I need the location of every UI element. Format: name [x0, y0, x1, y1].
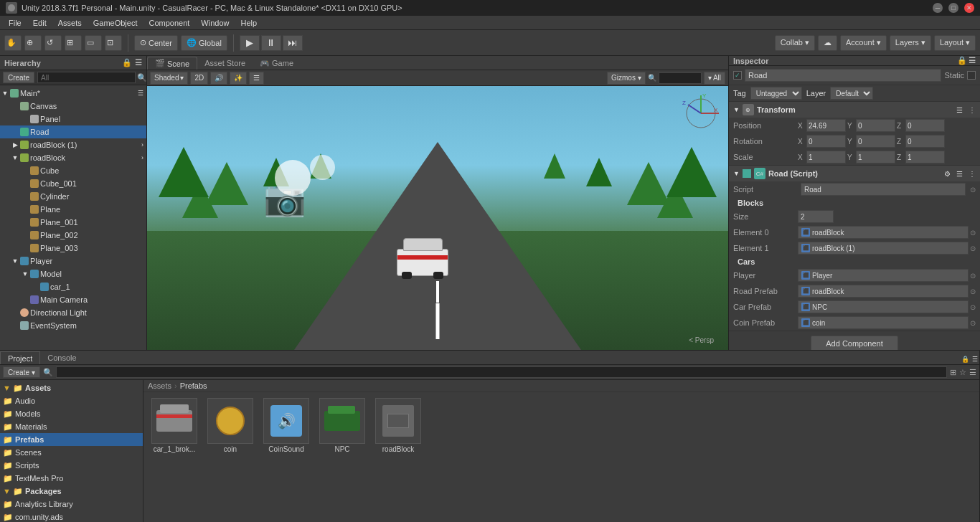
overlay-button[interactable]: ☰ — [249, 72, 264, 85]
scale-z-input[interactable] — [905, 151, 945, 163]
project-create-button[interactable]: Create ▾ — [3, 366, 40, 378]
layer-select[interactable]: Default — [830, 87, 873, 100]
hierarchy-item-cylinder[interactable]: Cylinder — [0, 190, 146, 203]
position-y-input[interactable] — [856, 119, 895, 132]
element1-dot-icon[interactable]: ⊙ — [970, 245, 976, 252]
asset-coinsound[interactable]: 🔊 CoinSound — [261, 398, 311, 453]
filetree-unityads[interactable]: 📁 com.unity.ads — [0, 511, 143, 522]
project-filter1-icon[interactable]: ⊞ — [950, 368, 956, 377]
road-prefab-field[interactable]: ⬛ roadBlock — [798, 285, 969, 298]
car-prefab-dot-icon[interactable]: ⊙ — [970, 303, 976, 311]
global-button[interactable]: 🌐 Global — [181, 35, 227, 51]
player-dot-icon[interactable]: ⊙ — [970, 272, 976, 280]
road-script-menu-icon[interactable]: ☰ — [956, 170, 963, 178]
rotation-y-input[interactable] — [856, 135, 895, 148]
tab-scene[interactable]: 🎬 Scene — [147, 57, 197, 70]
menu-edit[interactable]: Edit — [27, 17, 52, 29]
transform-header[interactable]: ▼ ⊕ Transform ☰ ⋮ — [729, 102, 980, 118]
expand-main-icon[interactable]: ▼ — [0, 87, 10, 100]
all-layers-button[interactable]: ▾ All — [704, 72, 725, 85]
hierarchy-item-plane003[interactable]: Plane_003 — [0, 242, 146, 255]
shading-dropdown[interactable]: Shaded ▾ — [150, 72, 188, 85]
hierarchy-item-model[interactable]: ▼ Model — [0, 267, 146, 280]
object-enabled-checkbox[interactable]: ✓ — [733, 71, 742, 80]
scene-search-input[interactable] — [659, 72, 702, 84]
script-field[interactable]: Road — [801, 183, 966, 196]
2d-button[interactable]: 2D — [190, 72, 208, 85]
hierarchy-item-roadblock[interactable]: ▼ roadBlock › — [0, 151, 146, 164]
tab-console[interactable]: Console — [40, 351, 83, 364]
hierarchy-item-plane002[interactable]: Plane_002 — [0, 229, 146, 242]
transform-menu-icon[interactable]: ☰ — [956, 106, 963, 114]
inspector-menu-icon[interactable]: ☰ — [969, 56, 976, 65]
model-toggle[interactable]: ▼ — [20, 267, 30, 280]
inspector-lock-icon[interactable]: 🔒 — [957, 56, 967, 65]
rect-tool-button[interactable]: ▭ — [85, 35, 102, 51]
hierarchy-item-plane[interactable]: Plane — [0, 203, 146, 216]
hierarchy-item-dirlight[interactable]: Directional Light — [0, 306, 146, 319]
hierarchy-item-cube001[interactable]: Cube_001 — [0, 177, 146, 190]
road-script-header[interactable]: ▼ ✓ C# Road (Script) ⚙ ☰ ⋮ — [729, 166, 980, 181]
effects-button[interactable]: ✨ — [230, 72, 247, 85]
road-script-settings-icon[interactable]: ⚙ — [944, 170, 951, 178]
coin-prefab-dot-icon[interactable]: ⊙ — [970, 319, 976, 327]
blocks-size-input[interactable] — [798, 210, 834, 223]
tab-project[interactable]: Project — [0, 351, 40, 364]
minimize-button[interactable]: ─ — [933, 3, 943, 13]
asset-car1brok[interactable]: car_1_brok... — [149, 398, 199, 453]
filetree-prefabs[interactable]: 📁 Prefabs — [0, 433, 143, 446]
filetree-audio[interactable]: 📁 Audio — [0, 394, 143, 407]
layout-button[interactable]: Layout ▾ — [934, 35, 976, 51]
hierarchy-item-car1[interactable]: car_1 — [0, 280, 146, 293]
hierarchy-item-eventsystem[interactable]: EventSystem — [0, 319, 146, 332]
hierarchy-item-cube[interactable]: Cube — [0, 164, 146, 177]
element0-dot-icon[interactable]: ⊙ — [970, 229, 976, 237]
hierarchy-item-canvas[interactable]: Canvas — [0, 100, 146, 113]
coin-prefab-field[interactable]: ⬛ coin — [798, 316, 969, 329]
object-name-input[interactable] — [745, 69, 941, 82]
hierarchy-item-plane001[interactable]: Plane_001 — [0, 216, 146, 229]
hierarchy-lock-icon[interactable]: 🔒 — [122, 58, 132, 67]
cloud-button[interactable]: ☁ — [818, 35, 837, 51]
scale-y-input[interactable] — [856, 151, 895, 163]
hierarchy-menu-icon[interactable]: ☰ — [135, 58, 142, 67]
menu-assets[interactable]: Assets — [52, 17, 88, 29]
hierarchy-item-maincamera[interactable]: Main Camera — [0, 293, 146, 306]
player-field[interactable]: ⬛ Player — [798, 269, 969, 282]
menu-file[interactable]: File — [3, 17, 27, 29]
rotate-tool-button[interactable]: ↺ — [44, 35, 62, 51]
tab-game[interactable]: 🎮 Game — [253, 57, 301, 70]
player-toggle[interactable]: ▼ — [10, 255, 20, 267]
breadcrumb-prefabs[interactable]: Prefabs — [180, 381, 207, 390]
account-button[interactable]: Account ▾ — [840, 35, 887, 51]
hierarchy-item-panel[interactable]: Panel — [0, 113, 146, 125]
car-prefab-field[interactable]: ⬛ NPC — [798, 300, 969, 313]
main-menu-icon[interactable]: ☰ — [138, 90, 143, 97]
close-button[interactable]: ✕ — [964, 3, 974, 13]
element0-field[interactable]: ⬛ roadBlock — [798, 226, 969, 239]
layers-button[interactable]: Layers ▾ — [890, 35, 931, 51]
rotation-x-input[interactable] — [806, 135, 846, 148]
road-script-enabled[interactable]: ✓ — [743, 169, 751, 178]
road-script-dots-icon[interactable]: ⋮ — [969, 170, 976, 178]
asset-roadblock[interactable]: roadBlock — [373, 398, 423, 453]
scale-x-input[interactable] — [806, 151, 846, 163]
tab-asset-store[interactable]: Asset Store — [197, 57, 253, 70]
filetree-scenes[interactable]: 📁 Scenes — [0, 446, 143, 459]
script-dot-icon[interactable]: ⊙ — [970, 186, 976, 194]
filetree-textmeshpro[interactable]: 📁 TextMesh Pro — [0, 472, 143, 485]
move-tool-button[interactable]: ⊕ — [24, 35, 42, 51]
hierarchy-search-input[interactable] — [37, 72, 136, 83]
play-button[interactable]: ▶ — [240, 35, 260, 51]
project-menu-icon[interactable]: ☰ — [971, 354, 979, 364]
hierarchy-item-roadblock1[interactable]: ▶ roadBlock (1) › — [0, 138, 146, 151]
filetree-scripts[interactable]: 📁 Scripts — [0, 459, 143, 472]
gizmos-button[interactable]: Gizmos ▾ — [607, 72, 646, 85]
project-filter2-icon[interactable]: ☆ — [959, 368, 966, 377]
project-lock-icon[interactable]: 🔒 — [960, 354, 971, 364]
add-component-button[interactable]: Add Component — [811, 336, 898, 350]
filetree-packages[interactable]: ▼ 📁 Packages — [0, 485, 143, 498]
project-search-input[interactable] — [56, 366, 947, 378]
hierarchy-item-player[interactable]: ▼ Player — [0, 255, 146, 267]
rotation-z-input[interactable] — [905, 135, 945, 148]
